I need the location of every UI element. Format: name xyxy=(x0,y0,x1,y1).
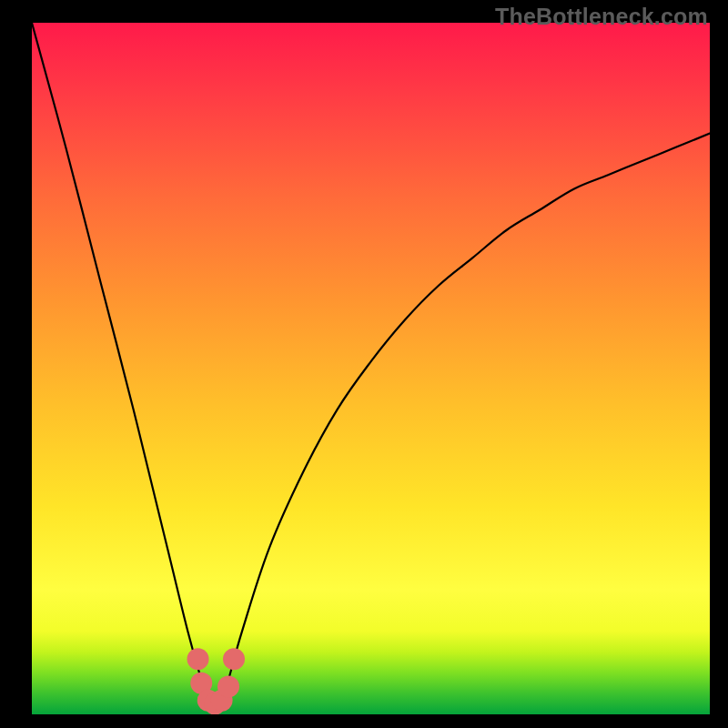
bottleneck-chart xyxy=(32,23,710,714)
curve-marker xyxy=(187,648,209,670)
watermark-text: TheBottleneck.com xyxy=(495,4,708,30)
chart-frame: TheBottleneck.com xyxy=(0,0,728,728)
plot-area xyxy=(32,23,710,714)
gradient-background xyxy=(32,23,710,714)
curve-marker xyxy=(223,648,245,670)
curve-marker xyxy=(217,676,239,698)
